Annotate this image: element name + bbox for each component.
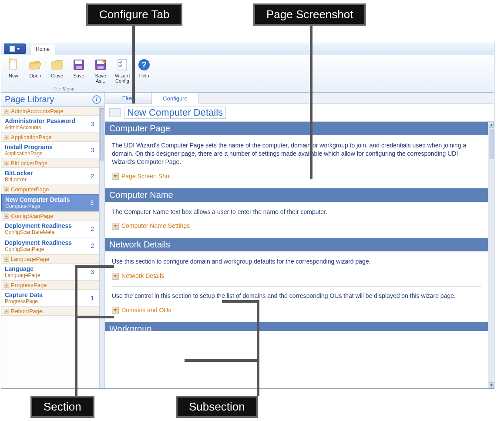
file-menu-button[interactable]	[4, 43, 26, 54]
open-button[interactable]: Open	[26, 58, 45, 84]
close-button[interactable]: Close	[47, 58, 67, 84]
item-sub: ConfigScanBareMetal	[5, 229, 72, 235]
save-button[interactable]: Save	[69, 58, 88, 84]
group-header-configscanpage[interactable]: ConfigScanPage	[1, 211, 99, 221]
ribbon-label: Save As...	[91, 73, 110, 84]
main-scrollbar[interactable]	[488, 122, 494, 388]
item-count: 3	[91, 147, 96, 154]
folder-open-icon	[28, 58, 42, 72]
section-text: Use the control in this section to setup…	[112, 292, 481, 300]
list-item[interactable]: BitLockerBitLocker 2	[1, 168, 99, 185]
ribbon-label: Open	[30, 73, 41, 78]
ribbon-label: New	[9, 73, 18, 78]
chevron-up-icon	[4, 135, 9, 140]
section-body: Use this section to configure domain and…	[105, 251, 488, 322]
list-item-selected[interactable]: New Computer DetailsComputerPage 3	[1, 194, 99, 211]
group-label: ApplicationPage	[11, 134, 52, 140]
chevron-up-icon	[4, 109, 9, 114]
item-title: Deployment Readiness	[5, 222, 72, 229]
item-sub: ProgressPage	[5, 298, 43, 304]
group-label: RebootPage	[11, 308, 42, 314]
subsection-network-details[interactable]: Network Details	[112, 272, 481, 280]
item-title: New Computer Details	[5, 196, 70, 203]
group-header-bitlockerpage[interactable]: BitLockerPage	[1, 159, 99, 168]
scrollbar-thumb[interactable]	[100, 108, 104, 160]
info-icon[interactable]: i	[92, 95, 101, 104]
group-header-adminaccounts[interactable]: AdminAccountsPage	[1, 107, 99, 116]
subsection-label: Page Screen Shot	[121, 172, 171, 180]
list-item[interactable]: Administrator PasswordAdminAccounts 3	[1, 116, 99, 133]
subsection-label: Computer Name Settings	[121, 222, 190, 230]
chevron-up-icon	[4, 187, 9, 192]
section-header-computer-page: Computer Page	[105, 122, 488, 135]
callout-section: Section	[30, 396, 94, 418]
list-item[interactable]: Capture DataProgressPage 1	[1, 290, 99, 307]
scroll-down-button[interactable]	[489, 382, 494, 388]
group-header-languagepage[interactable]: LanguagePage	[1, 254, 99, 264]
wizard-config-button[interactable]: Wizard Config	[113, 58, 132, 84]
chevron-up-icon	[4, 283, 9, 288]
svg-rect-10	[118, 60, 127, 70]
group-header-rebootpage[interactable]: RebootPage	[1, 307, 99, 316]
item-title: BitLocker	[5, 170, 33, 177]
ribbon-tab-home[interactable]: Home	[30, 44, 55, 55]
list-item[interactable]: Install ProgramsApplicationPage 3	[1, 142, 99, 159]
group-label: ProgressPage	[11, 282, 47, 288]
svg-text:?: ?	[142, 60, 147, 69]
item-sub: ComputerPage	[5, 203, 70, 209]
ribbon: New Open Close Save Save As... Wizard Co	[1, 55, 494, 93]
section-body: The UDI Wizard's Computer Page sets the …	[105, 135, 488, 188]
content: Computer Page The UDI Wizard's Computer …	[105, 122, 488, 331]
dropdown-icon	[17, 48, 20, 50]
content-scroll: Computer Page The UDI Wizard's Computer …	[105, 122, 494, 388]
item-count: 1	[91, 294, 96, 301]
subsection-computer-name-settings[interactable]: Computer Name Settings	[112, 222, 481, 230]
chevron-up-icon	[4, 309, 9, 314]
list-item[interactable]: Deployment ReadinessConfigScanBareMetal …	[1, 221, 99, 237]
item-count: 2	[91, 225, 96, 232]
callout-configure-tab: Configure Tab	[86, 3, 182, 26]
sidebar-content: AdminAccountsPage Administrator Password…	[1, 107, 99, 316]
chevron-down-icon	[112, 307, 119, 314]
tab-configure[interactable]: Configure	[152, 93, 199, 104]
save-icon	[72, 58, 86, 72]
save-as-icon	[94, 58, 108, 72]
item-sub: BitLocker	[5, 177, 33, 183]
chevron-up-icon	[4, 161, 9, 166]
item-title: Deployment Readiness	[5, 239, 72, 246]
ribbon-label: Save	[73, 73, 84, 78]
sidebar-scrollbar[interactable]	[99, 107, 104, 388]
connector-section-v	[75, 265, 77, 396]
section-text: The UDI Wizard's Computer Page sets the …	[112, 141, 481, 166]
svg-rect-5	[75, 60, 82, 64]
subsection-label: Network Details	[121, 272, 164, 280]
chevron-down-icon	[112, 223, 119, 230]
subsection-domains-and-ous[interactable]: Domains and OUs	[112, 306, 481, 314]
save-as-button[interactable]: Save As...	[91, 58, 110, 84]
connector-page-screenshot	[310, 24, 312, 179]
help-button[interactable]: ? Help	[134, 58, 154, 84]
subsection-page-screenshot[interactable]: Page Screen Shot	[112, 172, 481, 180]
chevron-up-icon	[4, 214, 9, 219]
connector-configure-tab	[132, 24, 135, 104]
list-item[interactable]: Deployment ReadinessConfigScanPage 2	[1, 237, 99, 254]
item-count: 2	[91, 242, 96, 249]
titlebar: Home	[1, 42, 494, 55]
section-header-workgroup: Workgroup	[105, 322, 488, 331]
group-header-progresspage[interactable]: ProgressPage	[1, 281, 99, 290]
section-body: The Computer Name text box allows a user…	[105, 202, 488, 238]
group-header-computerpage[interactable]: ComputerPage	[1, 185, 99, 194]
group-header-applicationpage[interactable]: ApplicationPage	[1, 133, 99, 142]
group-label: BitLockerPage	[11, 160, 48, 167]
separator	[112, 286, 481, 287]
main-area: Flow Configure New Computer Details Comp…	[105, 93, 494, 388]
section-text: Use this section to configure domain and…	[112, 257, 481, 266]
scroll-up-button[interactable]	[489, 122, 494, 128]
tab-flow[interactable]: Flow	[105, 93, 152, 104]
help-icon: ?	[137, 58, 151, 72]
scrollbar-thumb[interactable]	[489, 129, 494, 159]
page-title-row: New Computer Details	[105, 104, 494, 122]
connector-subsection-h1	[222, 300, 259, 303]
chevron-down-icon	[112, 173, 119, 180]
new-button[interactable]: New	[4, 58, 23, 84]
